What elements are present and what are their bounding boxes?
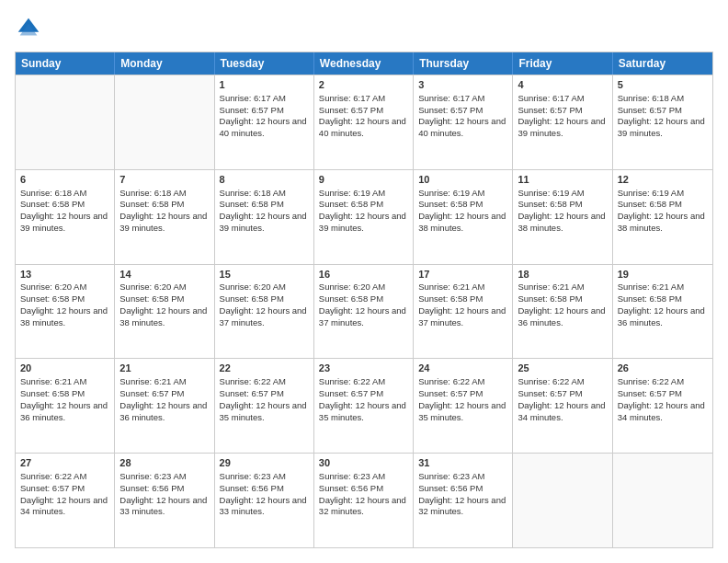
cal-cell-day-2: 2Sunrise: 6:17 AM Sunset: 6:57 PM Daylig… bbox=[314, 75, 414, 169]
day-info: Sunrise: 6:22 AM Sunset: 6:57 PM Dayligh… bbox=[20, 471, 108, 516]
day-number: 6 bbox=[20, 173, 109, 187]
day-header-wednesday: Wednesday bbox=[314, 52, 414, 75]
cal-cell-day-8: 8Sunrise: 6:18 AM Sunset: 6:58 PM Daylig… bbox=[215, 170, 314, 264]
day-info: Sunrise: 6:17 AM Sunset: 6:57 PM Dayligh… bbox=[319, 93, 406, 138]
day-info: Sunrise: 6:19 AM Sunset: 6:58 PM Dayligh… bbox=[618, 188, 705, 233]
day-info: Sunrise: 6:21 AM Sunset: 6:58 PM Dayligh… bbox=[418, 282, 506, 327]
cal-cell-empty bbox=[16, 75, 115, 169]
cal-cell-day-25: 25Sunrise: 6:22 AM Sunset: 6:57 PM Dayli… bbox=[513, 359, 612, 453]
day-info: Sunrise: 6:20 AM Sunset: 6:58 PM Dayligh… bbox=[20, 282, 108, 327]
cal-cell-day-19: 19Sunrise: 6:21 AM Sunset: 6:58 PM Dayli… bbox=[613, 265, 712, 359]
day-info: Sunrise: 6:22 AM Sunset: 6:57 PM Dayligh… bbox=[518, 376, 605, 421]
day-header-thursday: Thursday bbox=[414, 52, 513, 75]
day-info: Sunrise: 6:18 AM Sunset: 6:58 PM Dayligh… bbox=[119, 188, 207, 233]
cal-cell-day-24: 24Sunrise: 6:22 AM Sunset: 6:57 PM Dayli… bbox=[414, 359, 513, 453]
day-info: Sunrise: 6:20 AM Sunset: 6:58 PM Dayligh… bbox=[319, 282, 406, 327]
day-info: Sunrise: 6:18 AM Sunset: 6:58 PM Dayligh… bbox=[220, 188, 307, 233]
day-info: Sunrise: 6:22 AM Sunset: 6:57 PM Dayligh… bbox=[618, 376, 705, 421]
day-info: Sunrise: 6:22 AM Sunset: 6:57 PM Dayligh… bbox=[319, 376, 406, 421]
cal-cell-day-10: 10Sunrise: 6:19 AM Sunset: 6:58 PM Dayli… bbox=[414, 170, 513, 264]
cal-cell-day-26: 26Sunrise: 6:22 AM Sunset: 6:57 PM Dayli… bbox=[613, 359, 712, 453]
calendar: SundayMondayTuesdayWednesdayThursdayFrid… bbox=[15, 52, 713, 548]
day-number: 5 bbox=[618, 78, 708, 92]
day-number: 16 bbox=[319, 268, 408, 282]
cal-cell-day-18: 18Sunrise: 6:21 AM Sunset: 6:58 PM Dayli… bbox=[513, 265, 612, 359]
day-info: Sunrise: 6:20 AM Sunset: 6:58 PM Dayligh… bbox=[220, 282, 307, 327]
day-header-monday: Monday bbox=[115, 52, 214, 75]
day-number: 8 bbox=[220, 173, 309, 187]
day-info: Sunrise: 6:17 AM Sunset: 6:57 PM Dayligh… bbox=[220, 93, 307, 138]
logo bbox=[15, 15, 46, 42]
day-number: 22 bbox=[220, 362, 309, 375]
cal-cell-day-1: 1Sunrise: 6:17 AM Sunset: 6:57 PM Daylig… bbox=[215, 75, 314, 169]
day-number: 10 bbox=[418, 173, 507, 187]
calendar-header-row: SundayMondayTuesdayWednesdayThursdayFrid… bbox=[16, 52, 712, 75]
cal-cell-day-12: 12Sunrise: 6:19 AM Sunset: 6:58 PM Dayli… bbox=[613, 170, 712, 264]
calendar-body: 1Sunrise: 6:17 AM Sunset: 6:57 PM Daylig… bbox=[16, 75, 712, 547]
cal-cell-day-16: 16Sunrise: 6:20 AM Sunset: 6:58 PM Dayli… bbox=[314, 265, 414, 359]
day-number: 30 bbox=[319, 456, 408, 470]
day-info: Sunrise: 6:23 AM Sunset: 6:56 PM Dayligh… bbox=[319, 471, 406, 516]
cal-cell-day-14: 14Sunrise: 6:20 AM Sunset: 6:58 PM Dayli… bbox=[115, 265, 214, 359]
day-number: 28 bbox=[119, 456, 209, 470]
day-header-tuesday: Tuesday bbox=[215, 52, 314, 75]
calendar-row-1: 1Sunrise: 6:17 AM Sunset: 6:57 PM Daylig… bbox=[16, 75, 712, 169]
day-number: 25 bbox=[518, 362, 607, 375]
day-number: 13 bbox=[20, 268, 109, 282]
day-number: 2 bbox=[319, 78, 408, 92]
cal-cell-day-20: 20Sunrise: 6:21 AM Sunset: 6:58 PM Dayli… bbox=[16, 359, 115, 453]
cal-cell-day-30: 30Sunrise: 6:23 AM Sunset: 6:56 PM Dayli… bbox=[314, 454, 414, 547]
day-info: Sunrise: 6:20 AM Sunset: 6:58 PM Dayligh… bbox=[119, 282, 207, 327]
day-info: Sunrise: 6:19 AM Sunset: 6:58 PM Dayligh… bbox=[319, 188, 406, 233]
cal-cell-day-9: 9Sunrise: 6:19 AM Sunset: 6:58 PM Daylig… bbox=[314, 170, 414, 264]
cal-cell-empty bbox=[115, 75, 214, 169]
cal-cell-day-4: 4Sunrise: 6:17 AM Sunset: 6:57 PM Daylig… bbox=[513, 75, 612, 169]
day-header-saturday: Saturday bbox=[613, 52, 712, 75]
day-info: Sunrise: 6:21 AM Sunset: 6:57 PM Dayligh… bbox=[119, 376, 207, 421]
day-info: Sunrise: 6:18 AM Sunset: 6:58 PM Dayligh… bbox=[20, 188, 108, 233]
cal-cell-day-15: 15Sunrise: 6:20 AM Sunset: 6:58 PM Dayli… bbox=[215, 265, 314, 359]
cal-cell-day-13: 13Sunrise: 6:20 AM Sunset: 6:58 PM Dayli… bbox=[16, 265, 115, 359]
day-info: Sunrise: 6:17 AM Sunset: 6:57 PM Dayligh… bbox=[418, 93, 506, 138]
cal-cell-day-11: 11Sunrise: 6:19 AM Sunset: 6:58 PM Dayli… bbox=[513, 170, 612, 264]
day-number: 31 bbox=[418, 456, 507, 470]
day-info: Sunrise: 6:19 AM Sunset: 6:58 PM Dayligh… bbox=[518, 188, 605, 233]
day-number: 24 bbox=[418, 362, 507, 375]
day-number: 17 bbox=[418, 268, 507, 282]
day-number: 4 bbox=[518, 78, 607, 92]
day-number: 14 bbox=[119, 268, 209, 282]
page: SundayMondayTuesdayWednesdayThursdayFrid… bbox=[0, 0, 728, 563]
day-number: 7 bbox=[119, 173, 209, 187]
day-info: Sunrise: 6:17 AM Sunset: 6:57 PM Dayligh… bbox=[518, 93, 605, 138]
cal-cell-day-27: 27Sunrise: 6:22 AM Sunset: 6:57 PM Dayli… bbox=[16, 454, 115, 547]
cal-cell-empty bbox=[613, 454, 712, 547]
day-number: 15 bbox=[220, 268, 309, 282]
day-number: 9 bbox=[319, 173, 408, 187]
day-info: Sunrise: 6:21 AM Sunset: 6:58 PM Dayligh… bbox=[20, 376, 108, 421]
calendar-row-2: 6Sunrise: 6:18 AM Sunset: 6:58 PM Daylig… bbox=[16, 169, 712, 264]
day-info: Sunrise: 6:22 AM Sunset: 6:57 PM Dayligh… bbox=[220, 376, 307, 421]
cal-cell-day-3: 3Sunrise: 6:17 AM Sunset: 6:57 PM Daylig… bbox=[414, 75, 513, 169]
cal-cell-day-6: 6Sunrise: 6:18 AM Sunset: 6:58 PM Daylig… bbox=[16, 170, 115, 264]
day-number: 12 bbox=[618, 173, 708, 187]
cal-cell-day-31: 31Sunrise: 6:23 AM Sunset: 6:56 PM Dayli… bbox=[414, 454, 513, 547]
day-number: 21 bbox=[119, 362, 209, 375]
day-number: 18 bbox=[518, 268, 607, 282]
calendar-row-4: 20Sunrise: 6:21 AM Sunset: 6:58 PM Dayli… bbox=[16, 358, 712, 453]
day-info: Sunrise: 6:23 AM Sunset: 6:56 PM Dayligh… bbox=[220, 471, 307, 516]
day-number: 23 bbox=[319, 362, 408, 375]
day-number: 26 bbox=[618, 362, 708, 375]
day-number: 19 bbox=[618, 268, 708, 282]
cal-cell-day-21: 21Sunrise: 6:21 AM Sunset: 6:57 PM Dayli… bbox=[115, 359, 214, 453]
cal-cell-day-29: 29Sunrise: 6:23 AM Sunset: 6:56 PM Dayli… bbox=[215, 454, 314, 547]
day-number: 11 bbox=[518, 173, 607, 187]
day-info: Sunrise: 6:23 AM Sunset: 6:56 PM Dayligh… bbox=[418, 471, 506, 516]
calendar-row-5: 27Sunrise: 6:22 AM Sunset: 6:57 PM Dayli… bbox=[16, 453, 712, 547]
cal-cell-day-28: 28Sunrise: 6:23 AM Sunset: 6:56 PM Dayli… bbox=[115, 454, 214, 547]
day-header-friday: Friday bbox=[513, 52, 612, 75]
day-info: Sunrise: 6:19 AM Sunset: 6:58 PM Dayligh… bbox=[418, 188, 506, 233]
day-info: Sunrise: 6:21 AM Sunset: 6:58 PM Dayligh… bbox=[518, 282, 605, 327]
cal-cell-day-22: 22Sunrise: 6:22 AM Sunset: 6:57 PM Dayli… bbox=[215, 359, 314, 453]
day-header-sunday: Sunday bbox=[16, 52, 115, 75]
day-number: 27 bbox=[20, 456, 109, 470]
